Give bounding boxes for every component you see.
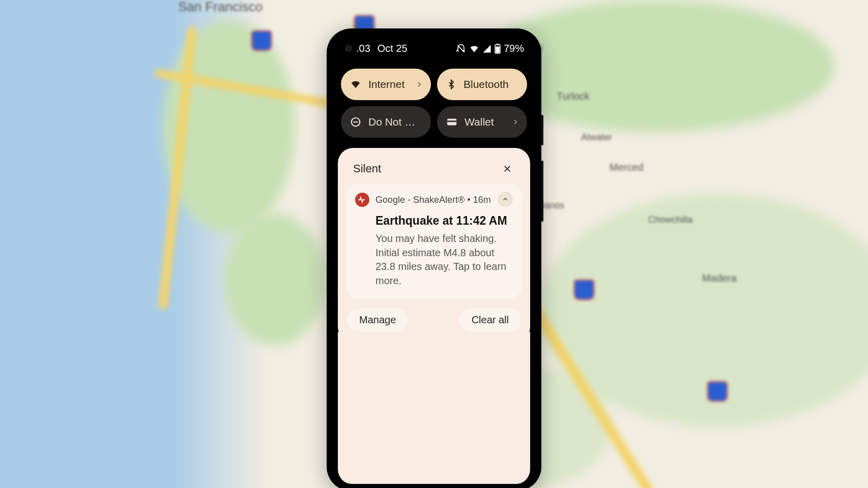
map-city-label: Turlock: [557, 90, 590, 102]
map-city-label: Madera: [702, 272, 737, 284]
section-title-silent: Silent: [353, 162, 381, 175]
highway-shield-icon: [574, 280, 594, 300]
map-city-label: Chowchilla: [648, 215, 692, 225]
shakealert-app-icon: [355, 193, 369, 207]
map-green-patch: [224, 214, 326, 346]
qs-wallet-chip[interactable]: Wallet: [437, 106, 527, 138]
dnd-icon: [350, 116, 361, 128]
signal-icon: [482, 44, 491, 53]
map-city-label: San Francisco: [178, 0, 263, 15]
clear-all-button[interactable]: Clear all: [459, 308, 521, 332]
highway-shield-icon: [707, 381, 728, 402]
shade-empty-area: [338, 332, 530, 484]
status-time: .03: [356, 43, 370, 54]
phone-screen: .03 Oct 25 79%: [334, 36, 534, 484]
highway-shield-icon: [251, 30, 272, 51]
qs-dnd-chip[interactable]: Do Not Di..: [341, 106, 431, 138]
qs-dnd-label: Do Not Di..: [368, 116, 419, 128]
qs-wallet-label: Wallet: [465, 116, 494, 128]
notification-title: Earthquake at 11:42 AM: [375, 214, 513, 228]
notification-app-line: Google - ShakeAlert® • 16m: [375, 195, 491, 205]
svg-rect-5: [447, 120, 456, 122]
status-bar: .03 Oct 25 79%: [334, 36, 534, 59]
map-city-label: Merced: [610, 162, 644, 173]
notification-body: You may have felt shaking. Initial estim…: [375, 232, 513, 288]
wifi-icon: [469, 44, 479, 54]
dnd-off-icon: [456, 44, 466, 54]
qs-bluetooth-label: Bluetooth: [464, 78, 509, 90]
phone-frame: .03 Oct 25 79%: [327, 28, 541, 488]
status-date: Oct 25: [378, 43, 408, 54]
battery-percent: 79%: [504, 43, 524, 54]
manage-button[interactable]: Manage: [347, 308, 408, 332]
map-city-label: Atwater: [581, 132, 612, 143]
wifi-icon: [350, 79, 361, 90]
notification-card[interactable]: Google - ShakeAlert® • 16m Earthquake at…: [346, 184, 522, 299]
wallet-icon: [446, 117, 457, 127]
svg-rect-1: [496, 46, 499, 52]
bluetooth-icon: [446, 79, 456, 90]
qs-internet-label: Internet: [368, 78, 404, 90]
notification-shade: Silent Google - ShakeAlert® • 16m Earthq…: [338, 148, 530, 342]
battery-icon: [495, 44, 501, 54]
qs-bluetooth-chip[interactable]: Bluetooth: [437, 69, 527, 100]
collapse-notification-button[interactable]: [498, 192, 513, 207]
qs-internet-chip[interactable]: Internet: [341, 69, 431, 100]
chevron-right-icon: [512, 116, 519, 128]
chevron-right-icon: [416, 78, 423, 90]
quick-settings: Internet Bluetooth Do Not Di..: [334, 59, 534, 148]
camera-hole-icon: [345, 45, 352, 52]
svg-rect-2: [497, 44, 499, 45]
dismiss-section-button[interactable]: [500, 161, 515, 176]
